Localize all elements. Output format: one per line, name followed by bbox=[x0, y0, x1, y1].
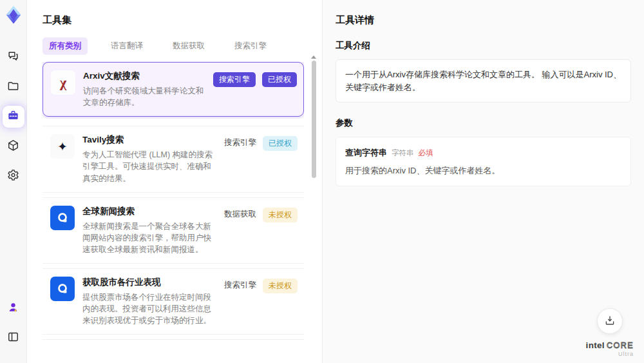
scrollbar-thumb[interactable] bbox=[312, 61, 316, 178]
download-button[interactable] bbox=[597, 308, 623, 334]
news-service-logo-icon bbox=[50, 277, 75, 301]
list-scrollbar[interactable] bbox=[311, 55, 316, 358]
status-badge-authorized: 已授权 bbox=[263, 136, 298, 151]
tool-category-label: 搜索引擎 bbox=[224, 136, 256, 150]
arxiv-logo-icon: χ bbox=[51, 70, 75, 95]
tab-0[interactable]: 所有类别 bbox=[43, 37, 88, 55]
tab-3[interactable]: 搜索引擎 bbox=[228, 37, 273, 55]
page-title: 工具集 bbox=[43, 14, 304, 26]
tool-card[interactable]: ✦Tavily搜索专为人工智能代理 (LLM) 构建的搜索引擎工具。可快速提供实… bbox=[43, 126, 304, 192]
status-badge-authorized: 已授权 bbox=[262, 72, 297, 87]
parameter-name: 查询字符串 bbox=[345, 148, 387, 157]
toolbox-icon bbox=[7, 110, 19, 124]
status-badge-unauthorized: 未授权 bbox=[263, 208, 298, 222]
parameter-description: 用于搜索的Arxiv ID、关键字或作者姓名。 bbox=[345, 165, 621, 177]
news-service-logo-icon bbox=[50, 206, 75, 230]
sidebar-item-settings[interactable] bbox=[3, 165, 24, 187]
tool-card-title: 获取股市各行业表现 bbox=[82, 277, 216, 288]
status-badge-unauthorized: 未授权 bbox=[263, 279, 298, 293]
intel-core-logo: intelCORE Ultra bbox=[586, 339, 634, 358]
cube-icon bbox=[7, 139, 19, 154]
parameter-type: 字符串 bbox=[392, 149, 414, 157]
tool-card-title: Arxiv文献搜索 bbox=[83, 70, 205, 82]
tool-category-label: 搜索引擎 bbox=[213, 72, 256, 87]
tool-card-list: χArxiv文献搜索访问各个研究领域大量科学论文和文章的存储库。搜索引擎已授权✦… bbox=[43, 62, 304, 342]
sidebar-item-files[interactable] bbox=[3, 76, 24, 98]
intro-heading: 工具介绍 bbox=[336, 40, 631, 52]
download-icon bbox=[604, 315, 616, 328]
sidebar-item-account[interactable] bbox=[3, 297, 24, 319]
tool-card-description: 访问各个研究领域大量科学论文和文章的存储库。 bbox=[83, 85, 205, 108]
tool-card-description: 提供股票市场各个行业在特定时间段内的表现。投资者可以利用这些信息来识别表现优于或… bbox=[82, 291, 216, 326]
user-avatar-icon bbox=[7, 301, 19, 316]
tool-category-label: 数据获取 bbox=[224, 208, 256, 221]
tool-card-description: 专为人工智能代理 (LLM) 构建的搜索引擎工具。可快速提供实时、准确和真实的结… bbox=[82, 149, 216, 184]
sidebar-item-tools[interactable] bbox=[3, 106, 24, 128]
parameter-card: 查询字符串字符串必填 用于搜索的Arxiv ID、关键字或作者姓名。 bbox=[336, 137, 631, 186]
tool-card[interactable]: 获取市场最活跃股票信息提供当天交易量最高的股票列表，投资者可以利用这些信息来识别… bbox=[43, 339, 304, 342]
tavily-logo-icon: ✦ bbox=[50, 134, 75, 159]
tool-card-title: Tavily搜索 bbox=[82, 134, 216, 146]
tool-card-title: 全球新闻搜索 bbox=[82, 206, 216, 217]
tools-list-panel: 工具集 所有类别语言翻译数据获取搜索引擎 χArxiv文献搜索访问各个研究领域大… bbox=[27, 0, 322, 363]
folder-icon bbox=[7, 80, 19, 95]
sidebar-item-collapse[interactable] bbox=[3, 327, 24, 349]
app-window: 工具集 所有类别语言翻译数据获取搜索引擎 χArxiv文献搜索访问各个研究领域大… bbox=[0, 0, 644, 363]
sidebar bbox=[0, 0, 27, 363]
tool-intro-text: 一个用于从Arxiv存储库搜索科学论文和文章的工具。 输入可以是Arxiv ID… bbox=[336, 59, 631, 103]
app-logo-icon bbox=[4, 5, 23, 25]
parameter-required-flag: 必填 bbox=[419, 149, 433, 157]
tab-1[interactable]: 语言翻译 bbox=[104, 37, 149, 55]
sidebar-item-chat[interactable] bbox=[3, 46, 24, 68]
chat-icon bbox=[7, 50, 19, 65]
parameter-header: 查询字符串字符串必填 bbox=[345, 146, 621, 159]
panel-toggle-icon bbox=[7, 331, 19, 346]
tool-card[interactable]: 全球新闻搜索全球新闻搜索是一个聚合全球各大新闻网站内容的搜索引擎，帮助用户快速获… bbox=[43, 197, 304, 264]
tab-2[interactable]: 数据获取 bbox=[166, 37, 211, 55]
tool-card-description: 全球新闻搜索是一个聚合全球各大新闻网站内容的搜索引擎，帮助用户快速获取全球最新资… bbox=[82, 221, 216, 255]
params-heading: 参数 bbox=[336, 117, 631, 129]
scrollbar-up-arrow-icon[interactable] bbox=[311, 55, 316, 59]
tool-card[interactable]: χArxiv文献搜索访问各个研究领域大量科学论文和文章的存储库。搜索引擎已授权 bbox=[43, 62, 304, 117]
category-tabs: 所有类别语言翻译数据获取搜索引擎 bbox=[43, 37, 304, 55]
floating-corner-widgets: intelCORE Ultra bbox=[586, 308, 634, 358]
sidebar-item-packages[interactable] bbox=[3, 135, 24, 157]
details-title: 工具详情 bbox=[336, 14, 631, 26]
gear-icon bbox=[7, 169, 19, 184]
tool-category-label: 搜索引擎 bbox=[224, 279, 256, 292]
tool-card[interactable]: 获取股市各行业表现提供股票市场各个行业在特定时间段内的表现。投资者可以利用这些信… bbox=[43, 268, 304, 335]
